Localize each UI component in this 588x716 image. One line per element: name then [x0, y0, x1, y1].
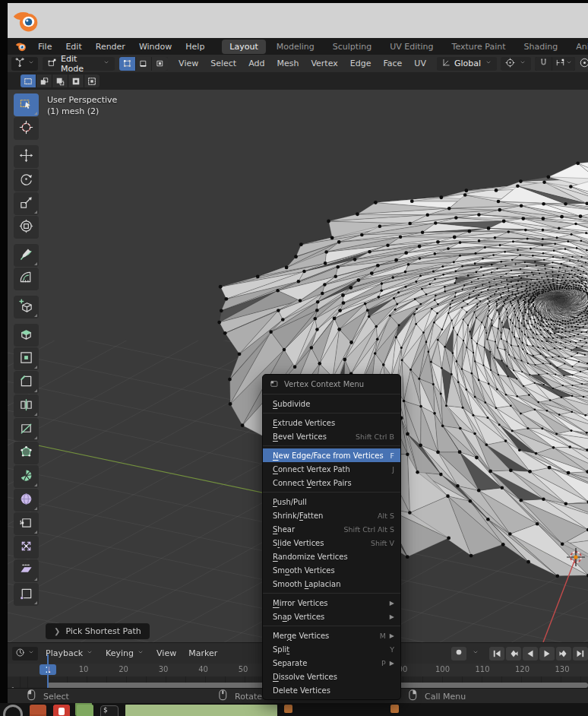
tool-loop-cut-button[interactable]	[14, 394, 39, 417]
play-reverse-button[interactable]	[523, 647, 538, 661]
menu-item-subdivide[interactable]: Subdivide	[263, 397, 400, 410]
tool-extrude-region-button[interactable]	[14, 324, 39, 347]
menu-item-bevel-vertices[interactable]: Bevel VerticesShift Ctrl B	[263, 429, 400, 443]
boxselect-subtract-button[interactable]	[52, 74, 68, 87]
tool-rotate-button[interactable]	[14, 169, 39, 192]
menu-item-delete-vertices[interactable]: Delete Vertices	[263, 683, 400, 697]
menu-item-merge-vertices[interactable]: Merge VerticesM▶	[263, 629, 400, 642]
snap-with-dropdown[interactable]	[552, 57, 575, 71]
tool-bevel-button[interactable]	[14, 371, 39, 394]
menu-item-push-pull[interactable]: Push/Pull	[263, 495, 400, 508]
tool-select-box-button[interactable]	[14, 93, 39, 116]
chevron-down-icon	[27, 648, 35, 658]
tool-shrink-fatten-button[interactable]	[14, 536, 39, 559]
app-ring-icon[interactable]	[3, 705, 23, 716]
orientation-dropdown[interactable]: Global	[437, 57, 497, 71]
timeline-editor-type-button[interactable]	[12, 647, 38, 661]
tool-cursor-button[interactable]	[14, 117, 39, 140]
brick-app-icon[interactable]	[30, 705, 46, 716]
tool-add-cube-button[interactable]	[14, 296, 39, 318]
vertex-select-button[interactable]	[119, 57, 135, 71]
header-menu-uv[interactable]: UV	[408, 59, 432, 68]
red-app-icon[interactable]	[53, 705, 70, 716]
jump-to-start-button[interactable]	[489, 647, 504, 661]
workspace-tab-shading[interactable]: Shading	[517, 40, 566, 54]
timeline-menu-view[interactable]: View	[150, 648, 182, 658]
menu-item-split[interactable]: SplitY	[263, 642, 400, 656]
boxselect-invert-button[interactable]	[68, 74, 84, 87]
header-menu-add[interactable]: Add	[242, 59, 270, 68]
header-menu-select[interactable]: Select	[204, 59, 242, 68]
snap-toggle-button[interactable]	[535, 57, 552, 71]
menu-item-mirror-vertices[interactable]: Mirror Vertices▶	[263, 596, 400, 610]
tool-hint-panel[interactable]: ❯ Pick Shortest Path	[46, 623, 150, 639]
header-menu-vertex[interactable]: Vertex	[305, 59, 343, 68]
header-menu-mesh[interactable]: Mesh	[270, 59, 305, 68]
header-menu-edge[interactable]: Edge	[344, 59, 378, 68]
workspace-tab-sculpting[interactable]: Sculpting	[325, 40, 379, 54]
keying-options-dropdown[interactable]	[468, 647, 483, 661]
next-keyframe-button[interactable]	[556, 647, 571, 661]
timeline-menu-keying[interactable]: Keying	[100, 648, 150, 658]
menu-item-smooth-laplacian[interactable]: Smooth Laplacian	[263, 577, 400, 591]
menubar-item-edit[interactable]: Edit	[58, 42, 88, 52]
jump-to-end-button[interactable]	[573, 647, 588, 661]
workspace-tab-animation[interactable]: Animation	[568, 40, 588, 54]
tool-knife-button[interactable]	[14, 418, 39, 441]
menubar-item-window[interactable]: Window	[132, 42, 179, 52]
blender-menu-icon[interactable]	[15, 41, 27, 52]
tool-edge-slide-button[interactable]	[14, 512, 39, 535]
timeline-menu-marker[interactable]: Marker	[182, 648, 223, 658]
menu-item-shortcut: Alt S	[371, 512, 394, 520]
menu-item-connect-vertex-pairs[interactable]: Connect Vertex Pairs	[263, 476, 400, 489]
tool-measure-button[interactable]	[14, 268, 39, 290]
tool-poly-build-button[interactable]	[14, 442, 39, 464]
edge-select-button[interactable]	[136, 57, 152, 71]
terminal-app-icon[interactable]: $	[100, 705, 119, 716]
menu-item-extrude-vertices[interactable]: Extrude Vertices	[263, 416, 400, 429]
header-menu-face[interactable]: Face	[377, 59, 408, 68]
tool-inset-faces-button[interactable]	[14, 347, 39, 370]
tool-shear-button[interactable]	[14, 559, 39, 582]
mode-dropdown[interactable]: Edit Mode	[43, 57, 115, 71]
menu-item-shear[interactable]: ShearShift Ctrl Alt S	[263, 522, 400, 536]
menubar-item-help[interactable]: Help	[179, 42, 211, 52]
boxselect-new-button[interactable]	[21, 74, 36, 87]
menubar-item-render[interactable]: Render	[89, 42, 132, 52]
play-button[interactable]	[539, 647, 555, 661]
workspace-tab-modeling[interactable]: Modeling	[269, 40, 322, 54]
tool-scale-button[interactable]	[14, 192, 39, 215]
tool-smooth-button[interactable]	[14, 489, 39, 512]
pivot-point-dropdown[interactable]	[501, 57, 531, 71]
workspace-tab-uv-editing[interactable]: UV Editing	[382, 40, 441, 54]
tool-transform-button[interactable]	[14, 216, 39, 239]
menubar-item-file[interactable]: File	[31, 42, 58, 52]
tool-move-button[interactable]	[14, 145, 39, 168]
files-app-icon[interactable]	[77, 705, 93, 716]
orange-chip-icon[interactable]	[390, 705, 490, 715]
menu-item-new-edge-face-from-vertices[interactable]: New Edge/Face from VerticesF	[263, 448, 400, 462]
proportional-edit-icon[interactable]	[579, 57, 588, 71]
orange-chip-icon[interactable]	[284, 705, 384, 715]
menu-item-slide-vertices[interactable]: Slide VerticesShift V	[263, 536, 400, 550]
previous-keyframe-button[interactable]	[506, 647, 521, 661]
editor-type-button[interactable]	[11, 57, 38, 71]
auto-keying-button[interactable]	[451, 647, 466, 661]
boxselect-extend-button[interactable]	[36, 74, 52, 87]
menu-item-smooth-vertices[interactable]: Smooth Vertices	[263, 563, 400, 577]
tool-rip-region-button[interactable]	[14, 583, 39, 606]
workspace-tab-layout[interactable]: Layout	[222, 40, 265, 54]
header-menu-view[interactable]: View	[172, 59, 204, 68]
active-window-preview[interactable]	[125, 705, 277, 716]
menu-item-dissolve-vertices[interactable]: Dissolve Vertices	[263, 670, 400, 683]
menu-item-connect-vertex-path[interactable]: Connect Vertex PathJ	[263, 462, 400, 476]
face-select-button[interactable]	[152, 57, 168, 71]
tool-spin-button[interactable]	[14, 465, 39, 488]
tool-annotate-button[interactable]	[14, 244, 39, 267]
workspace-tab-texture-paint[interactable]: Texture Paint	[444, 40, 514, 54]
menu-item-randomize-vertices[interactable]: Randomize Vertices	[263, 550, 400, 563]
menu-item-separate[interactable]: SeparateP▶	[263, 656, 400, 670]
menu-item-snap-vertices[interactable]: Snap Vertices▶	[263, 610, 400, 623]
boxselect-intersect-button[interactable]	[84, 74, 100, 87]
menu-item-shrink-fatten[interactable]: Shrink/FattenAlt S	[263, 508, 400, 522]
